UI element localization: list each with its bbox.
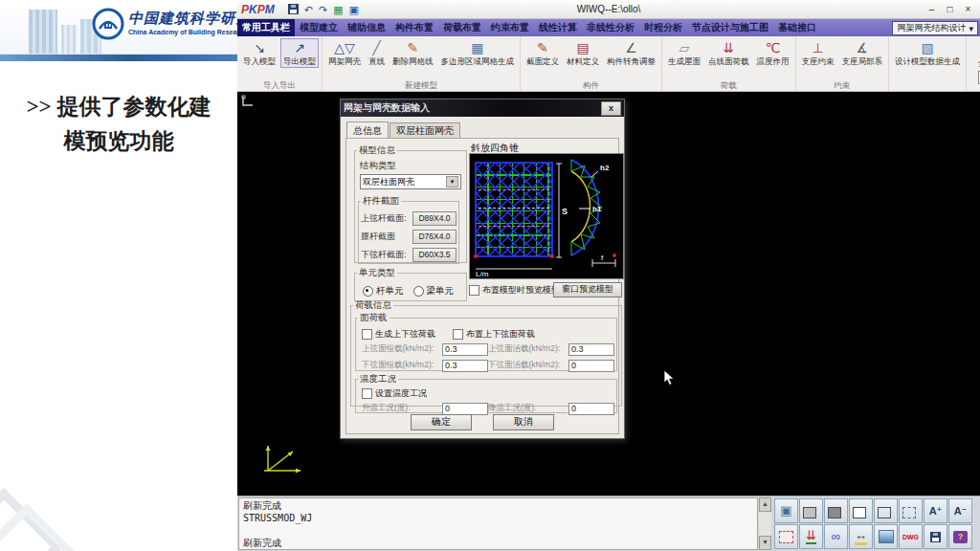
cad-canvas[interactable]: 网架与网壳数据输入 x 总信息 双层柱面网壳 模型信息 结构类型 双层柱面网壳 … (237, 92, 980, 496)
set-temperature-label: 设置温度工况 (375, 387, 427, 400)
support-local-system-button[interactable]: ∡支座局部系 (839, 38, 886, 68)
lower-live-load-label: 下弦面活载(kN/m2): (488, 360, 568, 371)
view-cube-shaded-right-icon (853, 507, 866, 518)
save-button[interactable] (288, 4, 299, 14)
section-define-button[interactable]: ✎截面定义 (523, 38, 562, 68)
preview-model-checkbox[interactable] (469, 285, 479, 296)
scroll-up-icon[interactable]: ▲ (759, 497, 771, 512)
polygon-mesh-generate-button[interactable]: ▦多边形区域网格生成 (438, 38, 518, 68)
support-constraint-button[interactable]: ⊥支座约束 (799, 38, 837, 68)
view-cube-solid-button[interactable] (824, 498, 848, 523)
ribbon-group-label: 导入导出 (239, 79, 320, 91)
import-model-button[interactable]: ↘导入模型 (240, 38, 278, 68)
place-chord-area-load-checkbox[interactable]: 布置上下弦面荷载 (453, 328, 535, 341)
org-name-en: China Academy of Building Research (128, 29, 237, 35)
set-temperature-checkbox[interactable]: 设置温度工况 (362, 387, 427, 400)
module-dropdown[interactable]: 网架网壳结构设计 ▾ (892, 21, 978, 35)
dialog-close-button[interactable]: x (601, 101, 621, 116)
pkpm-logo-letter: P (241, 3, 249, 16)
command-log-scrollbar[interactable]: ▲ ▼ (759, 497, 771, 550)
upper-dead-load-input[interactable]: 0.3 (442, 343, 488, 356)
line-button[interactable]: ╱直线 (366, 38, 388, 68)
point-line-area-load-button[interactable]: ⇊点线面荷载 (705, 38, 752, 68)
generate-chord-load-checkbox[interactable]: 生成上下弦荷载 (362, 328, 435, 341)
cooling-case-input[interactable]: 0 (568, 403, 614, 415)
chevron-down-icon: ▾ (446, 176, 458, 187)
view-cube-dashed-button[interactable] (899, 498, 923, 523)
help-book-button[interactable]: ? (948, 524, 972, 549)
temperature-action-button[interactable]: ℃温度作用 (754, 38, 792, 68)
ribbon-tab-10[interactable]: 节点设计与施工图 (687, 19, 773, 36)
selection-box-icon (779, 531, 793, 543)
scroll-down-icon[interactable]: ▼ (759, 536, 771, 550)
undo-button[interactable]: ↶ (304, 4, 313, 15)
upper-chord-section-button[interactable]: D89X4.0 (412, 211, 457, 226)
lower-chord-section-button[interactable]: D60X3.5 (412, 248, 457, 262)
monitor-button[interactable]: ▣ (349, 4, 359, 15)
maximize-button[interactable]: □ (942, 3, 958, 16)
cancel-button[interactable]: 取消 (493, 414, 554, 430)
bar-element-radio[interactable]: 杆单元 (363, 285, 404, 298)
ribbon-tab-7[interactable]: 线性计算 (534, 19, 582, 36)
pkpm-logo-letter: P (257, 3, 265, 16)
lower-live-load-input[interactable]: 0 (568, 360, 614, 372)
viewport-button[interactable]: ▣ (774, 498, 798, 523)
render-shade-button[interactable] (874, 524, 898, 549)
lower-dead-load-input[interactable]: 0.3 (442, 360, 488, 372)
close-button[interactable]: × (960, 3, 976, 16)
upper-live-load-label: 上弦面活载(kN/m2): (488, 343, 568, 355)
dwg-export-button[interactable]: DWG (899, 524, 923, 549)
redo-button[interactable]: ↷ (319, 4, 327, 15)
ribbon-tabbar: 常用工具栏模型建立辅助信息构件布置荷载布置约束布置线性计算非线性分析时程分析节点… (237, 19, 980, 36)
dialog-titlebar[interactable]: 网架与网壳数据输入 x (341, 99, 624, 117)
beam-element-radio[interactable]: 梁单元 (413, 285, 455, 298)
design-model-data-generate-button[interactable]: ▧设计模型数据生成 (892, 38, 963, 68)
ribbon-group-buttons: ▱生成屋面⇊点线面荷载℃温度作用 (664, 37, 793, 79)
material-define-button[interactable]: ▤材料定义 (564, 38, 602, 68)
export-model-button[interactable]: ↗导出模型 (280, 38, 319, 68)
generate-roof-button[interactable]: ▱生成屋面 (665, 38, 703, 68)
structure-type-select[interactable]: 双层柱面网壳 ▾ (360, 174, 461, 189)
show-all-button[interactable]: ▤全部显示 (972, 37, 980, 69)
ribbon-tab-9[interactable]: 时程分析 (639, 19, 687, 36)
ribbon-tab-3[interactable]: 辅助信息 (343, 19, 390, 36)
selection-box-button[interactable] (774, 524, 798, 549)
font-decrease-button[interactable]: A⁻ (948, 498, 972, 523)
lower-chord-label: 下弦杆截面: (361, 249, 412, 261)
ribbon-tab-6[interactable]: 约束布置 (486, 19, 534, 36)
view-cube-wireframe-button[interactable] (874, 498, 898, 523)
load-arrows-button[interactable]: ⇊ (799, 524, 823, 549)
minimize-button[interactable]: – (924, 3, 940, 16)
place-chord-area-load-label: 布置上下弦面荷载 (466, 328, 535, 341)
view-cube-shaded-left-button[interactable] (799, 498, 823, 523)
delete-gridline-button[interactable]: ✎删除网格线 (390, 38, 436, 68)
ribbon-tab-1[interactable]: 常用工具栏 (237, 19, 295, 36)
ribbon-tab-4[interactable]: 构件布置 (390, 19, 438, 36)
save-file-button[interactable] (924, 524, 947, 549)
dim-h1-label: h1 (592, 205, 602, 213)
view-cube-shaded-right-button[interactable] (849, 498, 873, 523)
checkbox-icon (453, 329, 463, 340)
font-increase-button[interactable]: A⁺ (924, 498, 947, 523)
cabr-logo-icon (92, 8, 124, 44)
ok-button[interactable]: 确定 (411, 414, 472, 430)
dialog-tab-general-info[interactable]: 总信息 (346, 121, 389, 139)
titlebar: PKPM ↶↷▦▣ WIWQ--E:\ollo\ – □ × (237, 0, 980, 19)
table-button[interactable]: ▦ (333, 4, 343, 15)
ribbon-tab-11[interactable]: 基础接口 (773, 19, 821, 36)
infinity-button[interactable]: ∞ (824, 524, 848, 549)
web-member-section-button[interactable]: D76X4.0 (412, 230, 457, 244)
ribbon-tab-2[interactable]: 模型建立 (295, 19, 343, 36)
ribbon-group-label: 构件 (523, 79, 659, 91)
ribbon-tab-5[interactable]: 荷载布置 (438, 19, 486, 36)
grid-shell-button[interactable]: △▽网架网壳 (325, 38, 364, 68)
window-preview-button[interactable]: 窗口预览模型 (553, 282, 622, 298)
export-model-label: 导出模型 (283, 56, 316, 66)
ribbon-tab-8[interactable]: 非线性分析 (582, 19, 639, 36)
member-angle-adjust-button[interactable]: ∠构件转角调整 (604, 38, 658, 68)
heating-case-input[interactable]: 0 (442, 403, 488, 415)
upper-live-load-input[interactable]: 0.3 (568, 343, 614, 356)
temperature-case-legend: 温度工况 (358, 373, 398, 386)
measure-button[interactable]: ↔ (849, 524, 873, 549)
command-log[interactable]: 刷新完成STRUSSMOD_WJ 刷新完成 (238, 497, 758, 550)
